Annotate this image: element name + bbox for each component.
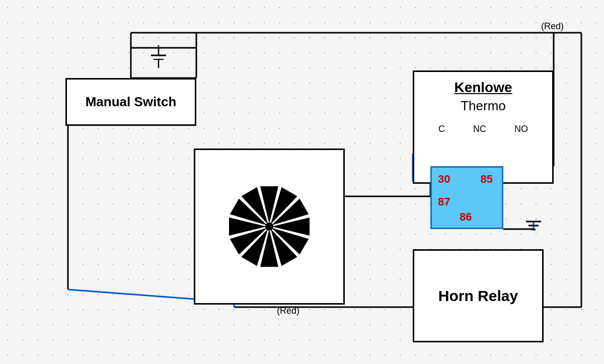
horn-relay-component: Horn Relay: [413, 249, 544, 342]
fan-motor-component: [194, 149, 345, 305]
terminal-no-label: NO: [514, 124, 528, 134]
battery-symbol: [143, 43, 174, 68]
relay-pin-87: 87: [438, 195, 450, 208]
relay-component: 30 87 85 86: [430, 166, 503, 229]
terminals-row: C NC NO: [414, 124, 552, 134]
fan-icon: [214, 171, 325, 282]
red-label-top: (Red): [541, 21, 564, 32]
relay-pin-85: 85: [481, 173, 493, 186]
manual-switch-label: Manual Switch: [86, 94, 177, 110]
svg-point-44: [265, 223, 273, 231]
relay-pin-30: 30: [438, 173, 450, 186]
kenlowe-title: Kenlowe: [414, 80, 552, 96]
terminal-nc-label: NC: [473, 124, 486, 134]
kenlowe-subtitle: Thermo: [414, 98, 552, 114]
manual-switch-component: Manual Switch: [65, 78, 196, 126]
relay-pin-86: 86: [460, 210, 472, 224]
horn-relay-label: Horn Relay: [438, 287, 518, 305]
terminal-c-label: C: [438, 124, 445, 134]
red-label-bottom: (Red): [277, 306, 299, 316]
